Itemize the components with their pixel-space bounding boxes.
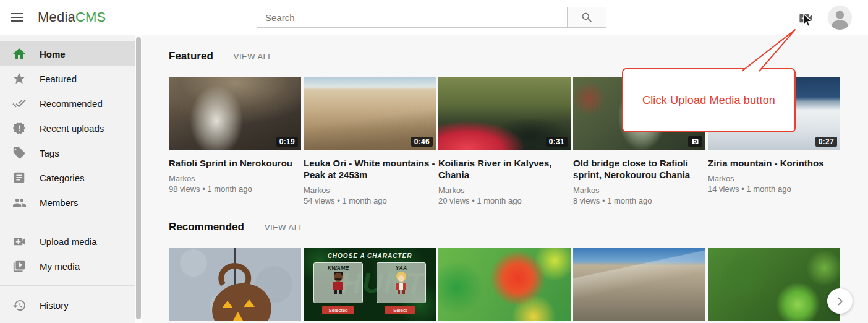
new-releases-icon bbox=[12, 121, 27, 136]
upload-media-icon bbox=[12, 234, 27, 249]
star-icon bbox=[12, 71, 27, 86]
carousel-next-button[interactable] bbox=[827, 288, 853, 314]
sidebar-item-history[interactable]: History bbox=[0, 293, 135, 317]
media-card bbox=[708, 248, 840, 321]
scrollbar-thumb[interactable] bbox=[136, 37, 141, 319]
video-thumbnail[interactable] bbox=[169, 248, 301, 321]
video-author[interactable]: Markos bbox=[573, 185, 705, 196]
game-character-panel: KWAME bbox=[313, 262, 363, 303]
game-heading-text: CHOOSE A CHARACTER bbox=[304, 252, 436, 259]
callout-pointer bbox=[736, 26, 801, 72]
game-selected-button: Selected bbox=[322, 306, 354, 314]
chevron-right-icon bbox=[833, 295, 847, 308]
search-input[interactable] bbox=[257, 7, 567, 28]
video-meta: 98 views • 1 month ago bbox=[169, 184, 301, 194]
sidebar-item-label: My media bbox=[40, 261, 80, 272]
sidebar-item-featured[interactable]: Featured bbox=[0, 66, 135, 91]
video-author[interactable]: Markos bbox=[708, 173, 840, 184]
media-card bbox=[438, 248, 571, 321]
sidebar-item-recommended[interactable]: Recommended bbox=[0, 91, 135, 116]
tag-icon bbox=[12, 145, 27, 160]
logo-media-text: Media bbox=[38, 9, 75, 25]
home-icon bbox=[12, 46, 27, 61]
video-author[interactable]: Markos bbox=[304, 185, 436, 196]
sidebar-item-recent-uploads[interactable]: Recent uploads bbox=[0, 116, 135, 140]
media-card: 0:19 Rafioli Sprint in Nerokourou Markos… bbox=[169, 77, 301, 206]
upload-media-button[interactable] bbox=[798, 10, 815, 26]
sidebar-scrollbar[interactable] bbox=[135, 35, 142, 323]
sidebar-item-label: Tags bbox=[40, 148, 59, 158]
recommended-card-row: HUNT CHOOSE A CHARACTER KWAME YAA Select… bbox=[169, 248, 868, 321]
game-select-button: Select bbox=[385, 306, 415, 314]
my-media-icon bbox=[12, 259, 27, 273]
video-thumbnail[interactable]: 0:31 bbox=[438, 77, 571, 150]
sidebar-item-label: Upload media bbox=[40, 236, 97, 247]
sidebar-item-label: Recent uploads bbox=[40, 123, 104, 134]
video-title[interactable]: Ziria mountain - Korinthos bbox=[708, 157, 840, 169]
duration-badge: 0:46 bbox=[411, 137, 433, 147]
sidebar-item-members[interactable]: Members bbox=[0, 190, 135, 215]
sidebar-item-tags[interactable]: Tags bbox=[0, 140, 135, 165]
sidebar-item-home[interactable]: Home bbox=[0, 41, 135, 66]
video-thumbnail[interactable] bbox=[438, 248, 571, 321]
sidebar-item-label: History bbox=[40, 300, 69, 311]
sidebar: Home Featured Recommended Recent uploads… bbox=[0, 35, 135, 323]
video-thumbnail[interactable] bbox=[708, 248, 840, 321]
recommended-view-all-link[interactable]: VIEW ALL bbox=[265, 223, 304, 232]
duration-badge: 0:31 bbox=[546, 137, 568, 147]
members-icon bbox=[12, 195, 27, 210]
user-avatar[interactable] bbox=[828, 6, 852, 30]
person-icon bbox=[828, 6, 852, 30]
sidebar-divider bbox=[0, 222, 135, 222]
duration-badge: 0:27 bbox=[815, 137, 837, 147]
sidebar-item-my-media[interactable]: My media bbox=[0, 254, 135, 278]
duration-badge: 0:19 bbox=[276, 137, 298, 147]
photo-camera-icon bbox=[691, 138, 699, 145]
video-title[interactable]: Leuka Ori - White mountains - Peak at 24… bbox=[304, 157, 436, 181]
video-author[interactable]: Markos bbox=[438, 185, 571, 196]
search-button[interactable] bbox=[567, 7, 606, 28]
video-thumbnail[interactable]: 0:46 bbox=[304, 77, 436, 150]
game-character-name: YAA bbox=[377, 265, 425, 271]
video-thumbnail[interactable]: HUNT CHOOSE A CHARACTER KWAME YAA Select… bbox=[304, 248, 436, 321]
double-check-icon bbox=[12, 96, 27, 111]
media-card: 0:46 Leuka Ori - White mountains - Peak … bbox=[304, 77, 436, 206]
app-logo[interactable]: MediaCMS bbox=[38, 9, 106, 25]
media-card: 0:31 Koiliaris River in Kalyves, Chania … bbox=[438, 77, 571, 206]
search-bar bbox=[257, 7, 606, 28]
game-character-sprite bbox=[330, 271, 346, 296]
pumpkin-art bbox=[169, 248, 301, 321]
sidebar-divider bbox=[0, 285, 135, 286]
video-meta: 14 views • 1 month ago bbox=[708, 184, 840, 194]
game-character-sprite bbox=[393, 271, 409, 296]
sidebar-item-label: Recommended bbox=[40, 98, 103, 109]
search-icon bbox=[581, 11, 594, 24]
sidebar-item-label: Home bbox=[40, 49, 66, 59]
video-meta: 54 views • 1 month ago bbox=[304, 196, 436, 206]
sidebar-item-categories[interactable]: Categories bbox=[0, 165, 135, 190]
video-meta: 20 views • 1 month ago bbox=[438, 196, 571, 206]
video-author[interactable]: Markos bbox=[169, 173, 301, 184]
video-title[interactable]: Rafioli Sprint in Nerokourou bbox=[169, 157, 301, 169]
photo-badge bbox=[688, 136, 702, 147]
media-card bbox=[169, 248, 301, 321]
video-thumbnail[interactable] bbox=[573, 248, 705, 321]
hamburger-menu-icon[interactable] bbox=[9, 10, 25, 25]
video-thumbnail[interactable]: 0:19 bbox=[169, 77, 301, 150]
game-character-name: KWAME bbox=[314, 265, 362, 271]
video-title[interactable]: Koiliaris River in Kalyves, Chania bbox=[438, 157, 571, 181]
sidebar-item-label: Featured bbox=[40, 74, 77, 84]
history-icon bbox=[12, 298, 27, 312]
game-character-panel: YAA bbox=[377, 262, 426, 303]
recommended-section: Recommended VIEW ALL bbox=[142, 221, 868, 321]
video-title[interactable]: Old bridge close to Rafioli sprint, Nero… bbox=[573, 157, 705, 181]
section-title: Featured bbox=[169, 50, 213, 62]
featured-view-all-link[interactable]: VIEW ALL bbox=[234, 52, 273, 61]
logo-cms-text: CMS bbox=[75, 9, 106, 25]
video-upload-icon bbox=[798, 10, 814, 27]
sidebar-item-label: Members bbox=[40, 197, 79, 208]
sidebar-item-upload-media[interactable]: Upload media bbox=[0, 229, 135, 254]
tutorial-callout: Click Upload Media button bbox=[622, 68, 796, 132]
categories-icon bbox=[12, 170, 27, 185]
media-card bbox=[573, 248, 705, 321]
